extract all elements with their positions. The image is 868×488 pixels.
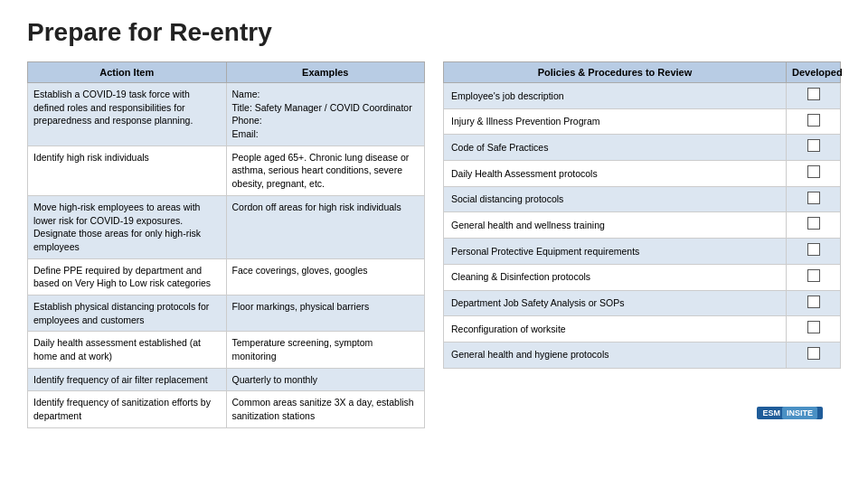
action-cell: Establish a COVID-19 task force with def…	[28, 83, 227, 146]
footer-brand: ESM	[762, 408, 780, 418]
checkbox[interactable]	[807, 296, 820, 308]
checkbox-cell[interactable]	[787, 161, 841, 187]
checkbox-cell[interactable]	[787, 186, 841, 212]
checkbox[interactable]	[807, 347, 820, 360]
policy-cell: Employee's job description	[444, 83, 787, 109]
policy-cell: Cleaning & Disinfection protocols	[444, 264, 787, 290]
right-header-policy: Policies & Procedures to Review	[444, 62, 787, 83]
example-cell: Cordon off areas for high risk individua…	[226, 195, 425, 258]
policy-cell: Social distancing protocols	[444, 186, 787, 212]
action-cell: Define PPE required by department and ba…	[28, 258, 227, 295]
main-layout: Action Item Examples Establish a COVID-1…	[27, 61, 841, 428]
checkbox[interactable]	[807, 165, 820, 178]
checkbox-cell[interactable]	[787, 212, 841, 239]
policy-cell: Personal Protective Equipment requiremen…	[444, 239, 787, 265]
action-cell: Establish physical distancing protocols …	[28, 295, 227, 331]
policy-cell: Injury & Illness Prevention Program	[444, 108, 787, 135]
footer-sub: INSITE	[782, 407, 817, 419]
checkbox[interactable]	[807, 114, 820, 127]
checkbox-cell[interactable]	[787, 108, 841, 135]
policy-cell: General health and hygiene protocols	[444, 342, 787, 368]
policy-cell: General health and wellness training	[444, 212, 787, 239]
action-cell: Identify high risk individuals	[28, 145, 227, 195]
example-cell: Face coverings, gloves, googles	[226, 258, 425, 295]
policy-cell: Code of Safe Practices	[444, 135, 787, 161]
checkbox-cell[interactable]	[787, 83, 841, 109]
policy-cell: Reconfiguration of worksite	[444, 316, 787, 343]
policy-table: Policies & Procedures to Review Develope…	[443, 61, 841, 369]
action-table: Action Item Examples Establish a COVID-1…	[27, 61, 425, 428]
checkbox[interactable]	[807, 192, 820, 204]
example-cell: Name:Title: Safety Manager / COVID Coord…	[226, 83, 425, 146]
action-cell: Identify frequency of air filter replace…	[28, 368, 227, 391]
example-cell: Common areas sanitize 3X a day, establis…	[226, 391, 425, 427]
checkbox-cell[interactable]	[787, 316, 841, 343]
example-cell: Quarterly to monthly	[226, 368, 425, 391]
checkbox[interactable]	[807, 139, 820, 152]
left-header-action: Action Item	[28, 62, 227, 83]
right-section: Policies & Procedures to Review Develope…	[443, 61, 841, 428]
example-cell: Temperature screening, symptom monitorin…	[226, 332, 425, 368]
action-cell: Move high-risk employees to areas with l…	[28, 195, 227, 258]
checkbox-cell[interactable]	[787, 264, 841, 290]
policy-cell: Department Job Safety Analysis or SOPs	[444, 290, 787, 316]
checkbox-cell[interactable]	[787, 239, 841, 265]
policy-cell: Daily Health Assessment protocols	[444, 161, 787, 187]
checkbox[interactable]	[807, 321, 820, 333]
example-cell: People aged 65+. Chronic lung disease or…	[226, 145, 425, 195]
right-header-developed: Developed	[787, 62, 841, 83]
checkbox-cell[interactable]	[787, 290, 841, 316]
footer-logo: ESMINSITE	[757, 407, 823, 419]
left-header-examples: Examples	[226, 62, 425, 83]
action-cell: Identify frequency of sanitization effor…	[28, 391, 227, 427]
checkbox-cell[interactable]	[787, 135, 841, 161]
checkbox[interactable]	[807, 269, 820, 282]
checkbox[interactable]	[807, 243, 820, 256]
page-wrapper: Prepare for Re-entry Action Item Example…	[27, 18, 841, 428]
example-cell: Floor markings, physical barriers	[226, 295, 425, 331]
page-title: Prepare for Re-entry	[27, 18, 841, 47]
checkbox-cell[interactable]	[787, 342, 841, 368]
action-cell: Daily health assessment established (at …	[28, 332, 227, 368]
checkbox[interactable]	[807, 88, 820, 100]
checkbox[interactable]	[807, 217, 820, 230]
left-section: Action Item Examples Establish a COVID-1…	[27, 61, 425, 428]
